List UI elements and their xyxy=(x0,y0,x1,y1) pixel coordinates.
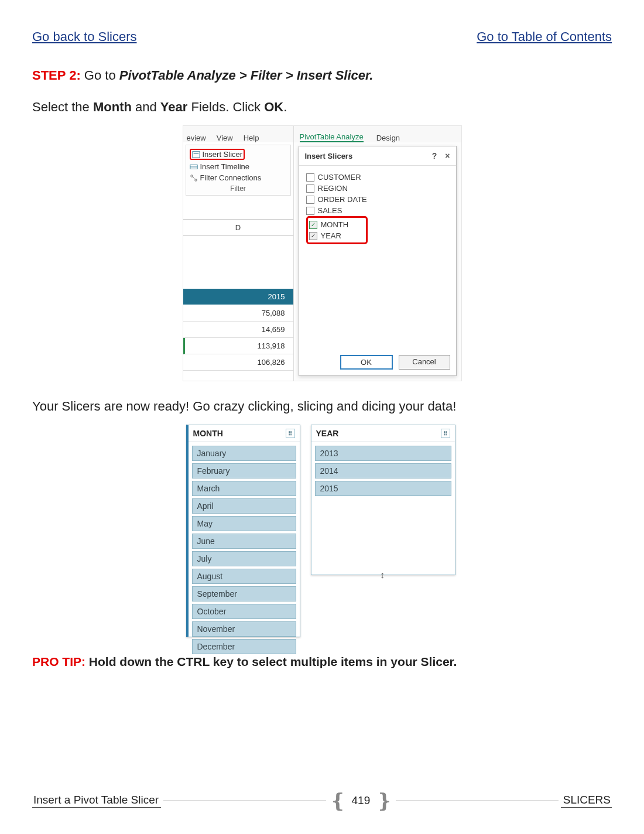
slicer-item[interactable]: 2014 xyxy=(315,463,451,478)
select-fields-line: Select the Month and Year Fields. Click … xyxy=(32,100,612,115)
slicer-item[interactable]: June xyxy=(192,534,296,549)
slicer-item[interactable]: 2015 xyxy=(315,481,451,496)
slicer-item[interactable]: September xyxy=(192,586,296,601)
field-checkbox[interactable]: ORDER DATE xyxy=(306,194,449,205)
brace-right-icon: ❵ xyxy=(375,795,393,806)
svg-rect-0 xyxy=(192,151,199,158)
ok-button[interactable]: OK xyxy=(340,355,393,370)
field-checkbox[interactable]: REGION xyxy=(306,183,449,194)
footer-title: Insert a Pivot Table Slicer xyxy=(32,794,161,808)
svg-point-4 xyxy=(190,175,193,177)
month-slicer[interactable]: MONTH ⠿ January February March April May… xyxy=(186,425,300,637)
field-checkbox[interactable]: SALES xyxy=(306,205,449,216)
pro-tip-label: PRO TIP: xyxy=(32,655,85,668)
insert-slicers-dialog: Insert Slicers ? × CUSTOMER REGION ORDER… xyxy=(299,146,457,376)
page-number: 419 xyxy=(347,794,375,807)
field-checkbox[interactable]: CUSTOMER xyxy=(306,172,449,183)
ribbon-tab[interactable]: View xyxy=(217,134,233,142)
slicer-item[interactable]: April xyxy=(192,498,296,514)
footer-section: SLICERS xyxy=(561,794,612,808)
connections-icon xyxy=(190,174,198,182)
slicer-item[interactable]: May xyxy=(192,516,296,531)
cancel-button[interactable]: Cancel xyxy=(399,355,450,370)
step-label: STEP 2: xyxy=(32,68,81,83)
insert-slicer-screenshot: eview View Help Insert Slicer Insert Tim… xyxy=(183,125,462,381)
year-header-cell: 2015 xyxy=(183,289,293,305)
data-cell: 14,659 xyxy=(183,322,293,338)
nav-back-link[interactable]: Go back to Slicers xyxy=(32,29,137,45)
slicers-screenshot: MONTH ⠿ January February March April May… xyxy=(186,425,458,637)
slicer-item[interactable]: October xyxy=(192,604,296,619)
dialog-title: Insert Slicers xyxy=(305,152,353,160)
slicer-item[interactable]: 2013 xyxy=(315,446,451,461)
help-icon[interactable]: ? xyxy=(432,151,437,160)
timeline-icon xyxy=(190,163,198,171)
highlighted-checks: ✓MONTH ✓YEAR xyxy=(306,216,368,244)
slicer-item[interactable]: December xyxy=(192,639,296,654)
slicer-item[interactable]: November xyxy=(192,621,296,637)
nav-toc-link[interactable]: Go to Table of Contents xyxy=(477,29,612,45)
ribbon-tab[interactable]: eview xyxy=(187,134,206,142)
svg-line-6 xyxy=(193,177,195,179)
ribbon-tab-analyze[interactable]: PivotTable Analyze xyxy=(300,132,364,142)
filter-group: Insert Slicer Insert Timeline Filter Con… xyxy=(186,145,291,196)
insert-slicer-button[interactable]: Insert Slicer xyxy=(189,148,288,161)
ready-line: Your Slicers are now ready! Go crazy cli… xyxy=(32,399,612,414)
multiselect-icon[interactable]: ⠿ xyxy=(441,429,450,438)
field-checkbox-year[interactable]: ✓YEAR xyxy=(309,230,349,241)
data-cell: 113,918 xyxy=(183,338,293,354)
page-footer: Insert a Pivot Table Slicer ❴ 419 ❵ SLIC… xyxy=(32,794,612,808)
slicer-item[interactable]: August xyxy=(192,569,296,584)
filter-group-label: Filter xyxy=(189,184,288,193)
slicer-item[interactable]: January xyxy=(192,446,296,461)
svg-point-5 xyxy=(194,179,197,181)
slicer-item[interactable]: July xyxy=(192,551,296,566)
ribbon-tab[interactable]: Help xyxy=(244,134,259,142)
multiselect-icon[interactable]: ⠿ xyxy=(286,429,295,438)
data-cell: 75,088 xyxy=(183,305,293,322)
slicer-title: MONTH xyxy=(193,429,223,438)
filter-connections-button[interactable]: Filter Connections xyxy=(189,172,288,183)
slicer-icon xyxy=(192,151,200,159)
field-checkbox-month[interactable]: ✓MONTH xyxy=(309,219,349,230)
column-header: D xyxy=(183,219,293,236)
pro-tip: PRO TIP: Hold down the CTRL key to selec… xyxy=(32,655,612,669)
slicer-title: YEAR xyxy=(316,429,339,438)
year-slicer[interactable]: YEAR ⠿ 2013 2014 2015 ↕ xyxy=(311,425,455,575)
brace-left-icon: ❴ xyxy=(328,795,347,806)
ribbon-tab-design[interactable]: Design xyxy=(376,134,400,142)
slicer-item[interactable]: March xyxy=(192,481,296,496)
close-icon[interactable]: × xyxy=(445,151,450,160)
data-cell: 106,826 xyxy=(183,354,293,371)
resize-cursor-icon: ↕ xyxy=(380,570,385,580)
slicer-item[interactable]: February xyxy=(192,463,296,478)
step-line: STEP 2: Go to PivotTable Analyze > Filte… xyxy=(32,68,612,83)
insert-timeline-button[interactable]: Insert Timeline xyxy=(189,161,288,172)
